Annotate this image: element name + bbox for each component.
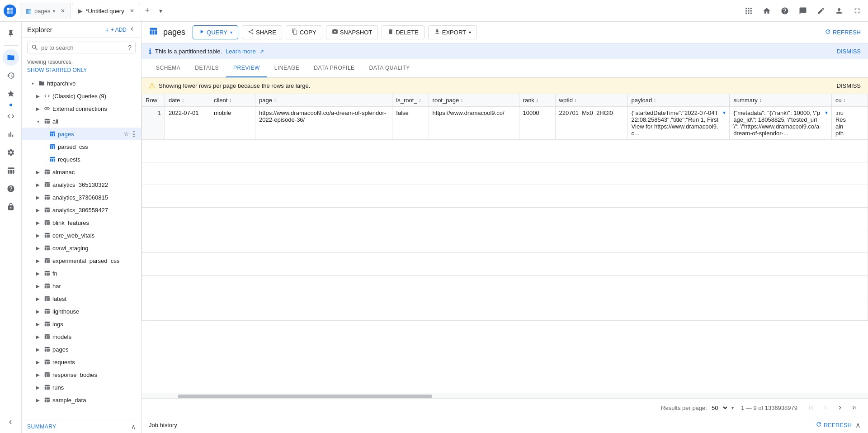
- tree-item-fn[interactable]: ▶ fn ☆ ⋮: [22, 267, 141, 280]
- tab-details[interactable]: DETAILS: [188, 59, 226, 77]
- summary-expand-btn[interactable]: ∧: [131, 423, 136, 430]
- more-btn-response_bodies[interactable]: ⋮: [130, 371, 137, 379]
- pin-icon-btn[interactable]: [3, 25, 19, 42]
- col-header-wptid[interactable]: wptid ↕ |: [555, 94, 627, 107]
- search-input[interactable]: [41, 44, 125, 51]
- more-btn-all[interactable]: ⋮: [130, 117, 137, 126]
- data-table-wrap[interactable]: Row | date ↕ |: [142, 94, 868, 394]
- tree-item-core_web_vitals[interactable]: ▶ core_web_vitals ☆ ⋮: [22, 229, 141, 242]
- star-btn-all[interactable]: ☆: [123, 118, 129, 125]
- more-btn-sample_data[interactable]: ⋮: [130, 396, 137, 404]
- tree-item-external[interactable]: ▶ External connections ☆ ⋮: [22, 102, 141, 115]
- star-btn-experimental_parsed_css[interactable]: ☆: [123, 257, 129, 264]
- col-header-isroot[interactable]: is_root_ ↕ |: [392, 94, 429, 107]
- col-resize-payload[interactable]: |: [658, 97, 660, 104]
- col-resize-page[interactable]: |: [278, 97, 280, 104]
- star-btn-analytics_365130322[interactable]: ☆: [123, 181, 129, 188]
- home-icon-btn[interactable]: [760, 4, 774, 18]
- star-btn-crawl_staging[interactable]: ☆: [123, 244, 129, 252]
- more-btn-external[interactable]: ⋮: [130, 105, 137, 113]
- col-header-page[interactable]: page ↕ |: [255, 94, 392, 107]
- lock-icon-btn[interactable]: [3, 199, 19, 215]
- prev-page-btn[interactable]: [819, 401, 832, 414]
- tree-item-models[interactable]: ▶ models ☆ ⋮: [22, 330, 141, 343]
- tree-item-requests[interactable]: ▶ requests ☆ ⋮: [22, 153, 141, 166]
- more-btn-logs[interactable]: ⋮: [130, 320, 137, 328]
- col-header-client[interactable]: client ↕ |: [210, 94, 255, 107]
- tree-item-experimental_parsed_css[interactable]: ▶ experimental_parsed_css ☆ ⋮: [22, 254, 141, 267]
- code-icon-btn[interactable]: [3, 108, 19, 124]
- star-btn-logs[interactable]: ☆: [123, 320, 129, 328]
- tree-item-requests[interactable]: ▶ requests ☆ ⋮: [22, 356, 141, 368]
- star-btn-fn[interactable]: ☆: [123, 270, 129, 277]
- col-resize-wptid[interactable]: |: [579, 97, 580, 104]
- col-resize-rank[interactable]: |: [540, 97, 542, 104]
- show-starred-link[interactable]: SHOW STARRED ONLY: [22, 67, 141, 77]
- col-header-rank[interactable]: rank ↕ |: [519, 94, 555, 107]
- more-btn-pages[interactable]: ⋮: [130, 130, 137, 138]
- more-btn-classic[interactable]: ⋮: [130, 92, 137, 100]
- more-btn-analytics_373060815[interactable]: ⋮: [130, 193, 137, 202]
- col-header-date[interactable]: date ↕ |: [165, 94, 210, 107]
- last-page-btn[interactable]: [848, 401, 861, 414]
- col-resize-isroot[interactable]: |: [423, 97, 425, 104]
- more-btn-har[interactable]: ⋮: [130, 282, 137, 290]
- star-btn-lighthouse[interactable]: ☆: [123, 308, 129, 315]
- star-btn-latest[interactable]: ☆: [123, 295, 129, 302]
- tab-preview[interactable]: PREVIEW: [226, 59, 267, 77]
- copy-button[interactable]: COPY: [286, 25, 322, 39]
- collapse-sidebar-btn[interactable]: [6, 418, 14, 428]
- job-history-collapse-btn[interactable]: ∧: [855, 421, 861, 429]
- tree-item-parsed-css[interactable]: ▶ parsed_css ☆ ⋮: [22, 140, 141, 153]
- tree-item-latest[interactable]: ▶ latest ☆ ⋮: [22, 292, 141, 305]
- tree-item-analytics_386559427[interactable]: ▶ analytics_386559427 ☆ ⋮: [22, 204, 141, 216]
- tab-schema[interactable]: SCHEMA: [149, 59, 188, 77]
- star-btn-har[interactable]: ☆: [123, 282, 129, 290]
- col-resize-row[interactable]: |: [159, 97, 161, 104]
- star-btn-response_bodies[interactable]: ☆: [123, 371, 129, 378]
- star-btn-external[interactable]: ☆: [123, 105, 129, 112]
- job-history-refresh-btn[interactable]: REFRESH: [816, 421, 852, 429]
- tree-item-pages[interactable]: ▶ pages ☆ ⋮: [22, 343, 141, 356]
- tab-untitled-query[interactable]: ▶ *Untitled query ✕: [72, 3, 140, 19]
- export-button[interactable]: EXPORT ▾: [428, 25, 477, 39]
- star-btn-almanac[interactable]: ☆: [123, 168, 129, 176]
- tab-pages[interactable]: ▦ pages ▾ ✕: [20, 3, 71, 19]
- more-btn-lighthouse[interactable]: ⋮: [130, 307, 137, 316]
- tab-data-profile[interactable]: DATA PROFILE: [307, 59, 362, 77]
- tree-item-classic-queries[interactable]: ▶ (Classic) Queries (9) ☆ ⋮: [22, 90, 141, 102]
- next-page-btn[interactable]: [834, 401, 846, 414]
- col-resize-client[interactable]: |: [233, 97, 235, 104]
- tree-item-httparchive[interactable]: ▾ httparchive ★ ⋮: [22, 77, 141, 90]
- more-btn-blink_features[interactable]: ⋮: [130, 219, 137, 227]
- star-btn-analytics_373060815[interactable]: ☆: [123, 194, 129, 201]
- chart-icon-btn[interactable]: [3, 126, 19, 143]
- grid-icon-btn[interactable]: [741, 4, 756, 18]
- star-btn-pages[interactable]: ☆: [123, 346, 129, 353]
- help-icon[interactable]: ?: [128, 44, 132, 51]
- tree-item-response_bodies[interactable]: ▶ response_bodies ☆ ⋮: [22, 368, 141, 381]
- more-btn-analytics_365130322[interactable]: ⋮: [130, 181, 137, 189]
- more-btn-analytics_386559427[interactable]: ⋮: [130, 206, 137, 214]
- tree-item-pages[interactable]: ▶ pages ☆ ⋮: [22, 128, 141, 140]
- tree-item-crawl_staging[interactable]: ▶ crawl_staging ☆ ⋮: [22, 242, 141, 254]
- tab-pages-close[interactable]: ✕: [61, 8, 65, 14]
- tree-item-sample_data[interactable]: ▶ sample_data ☆ ⋮: [22, 394, 141, 406]
- learn-more-link[interactable]: Learn more: [226, 48, 255, 55]
- star-icon-btn[interactable]: [3, 86, 19, 102]
- info-dismiss-button[interactable]: DISMISS: [837, 48, 861, 55]
- horizontal-scrollbar[interactable]: [142, 394, 868, 398]
- warning-dismiss-button[interactable]: DISMISS: [837, 82, 861, 89]
- star-btn-parsed-css[interactable]: ☆: [123, 143, 129, 150]
- more-btn-models[interactable]: ⋮: [130, 333, 137, 341]
- summary-label[interactable]: SUMMARY: [27, 423, 57, 430]
- more-btn-runs[interactable]: ⋮: [130, 383, 137, 392]
- tree-item-analytics_373060815[interactable]: ▶ analytics_373060815 ☆ ⋮: [22, 191, 141, 204]
- tree-item-runs[interactable]: ▶ runs ☆ ⋮: [22, 381, 141, 394]
- col-resize-rootpage[interactable]: |: [465, 97, 467, 104]
- tree-item-analytics_365130322[interactable]: ▶ analytics_365130322 ☆ ⋮: [22, 178, 141, 191]
- summary-expand-btn[interactable]: ▾: [825, 109, 828, 116]
- star-btn-core_web_vitals[interactable]: ☆: [123, 232, 129, 239]
- results-per-page-select[interactable]: 50 100 200: [710, 404, 729, 412]
- add-tab-button[interactable]: +: [141, 5, 154, 17]
